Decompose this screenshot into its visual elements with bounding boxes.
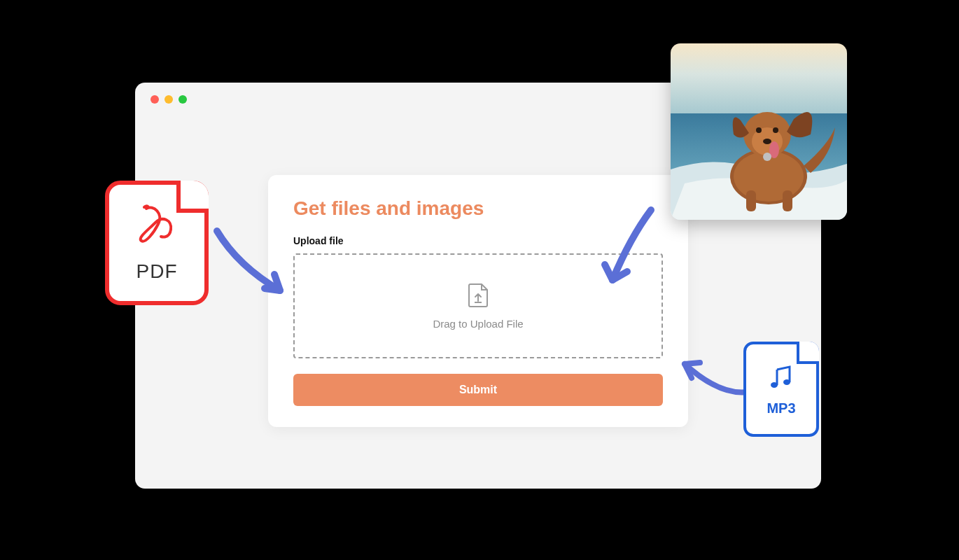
pdf-file-badge: PDF: [105, 181, 209, 305]
upload-file-icon: [468, 283, 489, 311]
svg-point-1: [771, 382, 778, 388]
arrow-from-pdf-icon: [210, 224, 308, 308]
sample-image-card: [671, 43, 847, 220]
svg-point-11: [773, 127, 778, 133]
dropzone-text: Drag to Upload File: [433, 318, 523, 330]
svg-rect-14: [783, 190, 792, 211]
dog-beach-photo: [671, 43, 847, 220]
svg-point-15: [763, 153, 771, 161]
arrow-from-image-icon: [581, 203, 665, 301]
pdf-label: PDF: [136, 260, 178, 283]
maximize-window-button[interactable]: [178, 95, 187, 104]
minimize-window-button[interactable]: [164, 95, 173, 104]
svg-rect-3: [671, 43, 847, 120]
svg-rect-13: [746, 190, 756, 211]
pdf-icon: [136, 203, 178, 255]
arrow-from-mp3-icon: [671, 343, 755, 406]
submit-button[interactable]: Submit: [293, 374, 663, 406]
svg-point-10: [756, 127, 762, 133]
mp3-label: MP3: [766, 400, 795, 416]
close-window-button[interactable]: [150, 95, 159, 104]
mp3-file-badge: MP3: [743, 342, 819, 437]
svg-point-12: [763, 139, 771, 144]
music-note-icon: [766, 363, 797, 396]
svg-point-2: [783, 379, 790, 385]
